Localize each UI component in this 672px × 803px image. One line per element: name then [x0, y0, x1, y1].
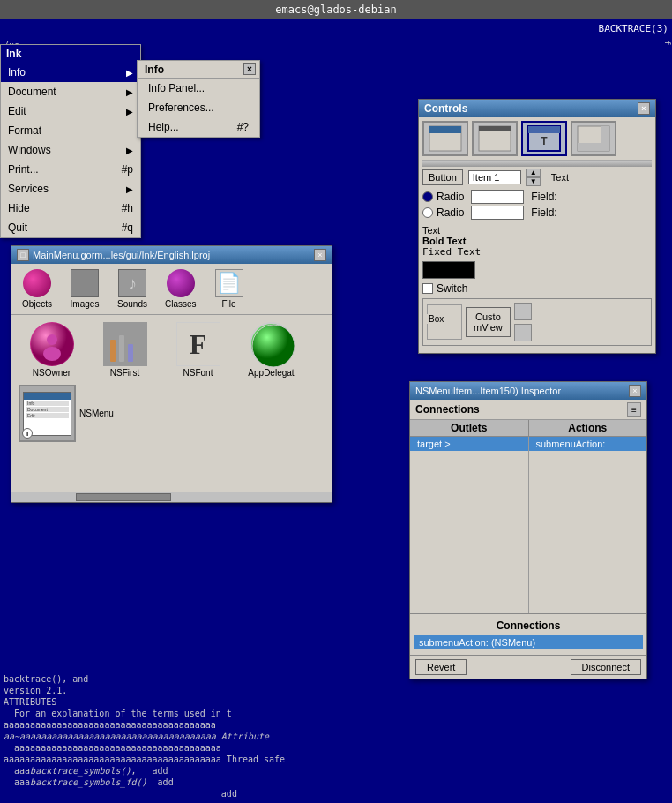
controls-text-styles: Text Bold Text Fixed Text	[422, 225, 652, 258]
ctrl-radio-field-2	[471, 206, 524, 220]
ink-menu-item-quit[interactable]: Quit #q	[1, 218, 140, 237]
gorm-tab-images[interactable]: Images	[63, 267, 107, 311]
term-line-13: add	[4, 788, 668, 799]
ctrl-window-svg	[429, 125, 462, 152]
controls-button-row: Button Item 1 ▲ ▼ Text	[422, 169, 652, 186]
svg-rect-13	[528, 126, 560, 133]
info-submenu-item-panel[interactable]: Info Panel...	[138, 79, 259, 98]
gorm-icons-row: NSOwner NSFirst F NSFont	[19, 322, 325, 378]
gorm-ns-menu[interactable]: Info Document Edit i NSMenu	[19, 385, 325, 442]
ctrl-spinner-up[interactable]: ▲	[526, 169, 541, 177]
ctrl-color-box[interactable]	[422, 261, 475, 279]
gorm-ns-font[interactable]: F NSFont	[165, 322, 231, 378]
gorm-ns-owner[interactable]: NSOwner	[19, 322, 85, 378]
svg-rect-3	[103, 322, 147, 366]
inspector-close-icon: ×	[632, 386, 637, 395]
info-preferences-label: Preferences...	[148, 101, 214, 114]
ctrl-radio-field-1	[471, 190, 524, 204]
ctrl-widget-panel[interactable]	[472, 121, 518, 156]
classes-tab-icon	[167, 269, 195, 297]
ctrl-radio-1[interactable]	[422, 191, 433, 202]
inspector-action-submenu[interactable]: submenuAction:	[529, 437, 647, 451]
controls-close-button[interactable]: ×	[638, 102, 650, 115]
inspector-connection-item[interactable]: submenuAction: (NSMenu)	[414, 635, 643, 649]
info-submenu-title: Info ×	[138, 61, 259, 79]
inspector-buttons: Revert Disconnect	[410, 655, 646, 679]
gorm-close-button[interactable]: □	[17, 249, 29, 261]
backtrace-label: BACKTRACE(3)	[599, 23, 668, 34]
controls-widgets-row: T	[422, 121, 652, 156]
ctrl-item-input[interactable]: Item 1	[468, 170, 521, 184]
ink-menu-quit-label: Quit	[8, 221, 27, 234]
ctrl-spinner-down[interactable]: ▼	[526, 177, 541, 186]
app-delegate-icon	[250, 322, 294, 366]
inspector-conn-icon[interactable]: ≡	[627, 402, 641, 417]
ink-menu-item-print[interactable]: Print... #p	[1, 160, 140, 179]
ink-menu-item-format[interactable]: Format	[1, 121, 140, 140]
ctrl-field-label-1: Field:	[531, 191, 556, 203]
inspector-action-label: submenuAction:	[536, 439, 606, 449]
ctrl-switch-row: Switch	[422, 282, 652, 295]
ctrl-extra-2	[514, 324, 532, 341]
ns-menu-icon-wrap: Info Document Edit i	[19, 385, 76, 442]
ink-menu-document-label: Document	[8, 86, 56, 98]
ctrl-text-bold: Bold Text	[422, 236, 652, 246]
gorm-tab-file[interactable]: 📄 File	[207, 267, 251, 311]
ns-first-svg	[103, 322, 147, 366]
ink-menu-item-document[interactable]: Document ▶	[1, 82, 140, 101]
ctrl-radio-row-1: Radio Field:	[422, 190, 557, 204]
svg-rect-9	[429, 126, 461, 133]
ctrl-button[interactable]: Button	[422, 169, 463, 185]
term-line-11: aaabacktrace_symbols(), add	[4, 765, 668, 777]
ctrl-custom-view[interactable]: Custo mView	[466, 307, 511, 337]
gorm-tab-objects[interactable]: Objects	[15, 267, 59, 311]
ink-menu-item-edit[interactable]: Edit ▶	[1, 101, 140, 121]
info-submenu-item-preferences[interactable]: Preferences...	[138, 98, 259, 117]
ink-menu-hide-shortcut: #h	[122, 202, 133, 214]
term-line-10: aaaaaaaaaaaaaaaaaaaaaaaaaaaaaaaaaaaaaaaa…	[4, 754, 668, 765]
ink-menu-item-windows[interactable]: Windows ▶	[1, 140, 140, 160]
ns-owner-icon	[30, 322, 74, 366]
inspector-disconnect-button[interactable]: Disconnect	[571, 659, 641, 675]
ink-menu-title-text: Ink	[6, 48, 21, 60]
ctrl-widget-scroll[interactable]	[571, 121, 616, 156]
ctrl-item-label: Item 1	[473, 172, 500, 183]
sounds-tab-icon: ♪	[118, 269, 146, 297]
gorm-tab-sounds[interactable]: ♪ Sounds	[110, 267, 154, 311]
inspector-outlets-header: Outlets	[410, 420, 529, 436]
svg-rect-6	[128, 344, 133, 362]
ns-font-icon: F	[176, 322, 220, 366]
terminal-title-bar: emacs@glados-debian	[0, 0, 672, 19]
ink-menu-item-services[interactable]: Services ▶	[1, 179, 140, 199]
ctrl-radio-2[interactable]	[422, 207, 433, 218]
inspector-outlet-target[interactable]: target >	[410, 437, 528, 451]
ctrl-custom-view-label2: mView	[474, 322, 503, 333]
images-tab-icon	[71, 269, 99, 297]
inspector-close-button[interactable]: ×	[629, 385, 641, 397]
ctrl-text-normal: Text	[422, 225, 652, 236]
ctrl-field-label-2: Field:	[531, 206, 556, 219]
ctrl-switch-label: Switch	[437, 282, 467, 295]
gorm-tab-classes[interactable]: Classes	[158, 267, 204, 311]
gorm-tab-sounds-label: Sounds	[117, 299, 147, 309]
info-submenu-item-help[interactable]: Help... #?	[138, 117, 259, 137]
ns-menu-label: NSMenu	[79, 409, 114, 418]
ctrl-switch[interactable]	[422, 283, 433, 294]
gorm-app-delegate[interactable]: AppDelegat	[238, 322, 304, 378]
gorm-ns-first[interactable]: NSFirst	[92, 322, 158, 378]
inspector-revert-button[interactable]: Revert	[415, 659, 467, 675]
ns-menu-preview-item-1: Info	[26, 401, 69, 406]
ctrl-custom-view-label: Custo	[475, 311, 501, 322]
ctrl-widget-window[interactable]	[422, 121, 468, 156]
gorm-window-close[interactable]: ×	[314, 249, 326, 261]
ink-menu-document-arrow: ▶	[126, 87, 133, 97]
info-submenu-close-button[interactable]: ×	[243, 63, 256, 75]
ink-menu-item-info[interactable]: Info ▶	[1, 63, 140, 82]
controls-radio-text-row: Radio Field: Radio Field:	[422, 190, 652, 221]
ctrl-widget-text[interactable]: T	[521, 121, 567, 156]
ctrl-text-svg: T	[527, 125, 561, 152]
bottom-terminal: backtrace(), and version 2.1. ATTRIBUTES…	[0, 670, 672, 803]
ink-menu-item-hide[interactable]: Hide #h	[1, 199, 140, 218]
gorm-scrollbar-h[interactable]	[11, 492, 332, 502]
svg-rect-16	[601, 126, 609, 151]
